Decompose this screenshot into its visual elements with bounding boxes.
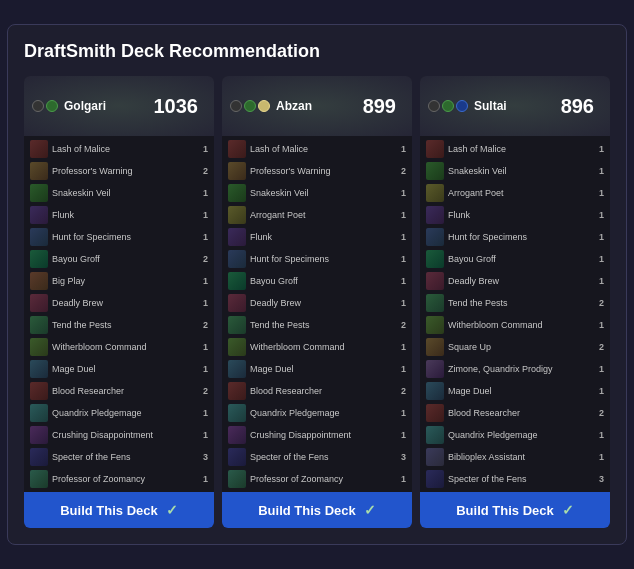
card-row[interactable]: Big Play1 [24, 270, 214, 292]
card-thumbnail [426, 184, 444, 202]
card-row[interactable]: Crushing Disappointment1 [222, 424, 412, 446]
card-row[interactable]: Zimone, Quandrix Prodigy1 [420, 358, 610, 380]
card-count-label: 1 [594, 276, 604, 286]
card-row[interactable]: Mage Duel1 [24, 358, 214, 380]
card-thumbnail [426, 382, 444, 400]
card-thumbnail [228, 404, 246, 422]
card-name-label: Lash of Malice [250, 144, 392, 154]
card-count-label: 2 [198, 254, 208, 264]
card-row[interactable]: Quandrix Pledgemage1 [24, 402, 214, 424]
card-count-label: 1 [396, 430, 406, 440]
card-row[interactable]: Biblioplex Assistant1 [420, 446, 610, 468]
card-name-label: Arrogant Poet [448, 188, 590, 198]
card-thumbnail [426, 272, 444, 290]
card-row[interactable]: Quandrix Pledgemage1 [222, 402, 412, 424]
card-row[interactable]: Witherbloom Command1 [24, 336, 214, 358]
build-button-abzan[interactable]: Build This Deck✓ [222, 492, 412, 528]
card-row[interactable]: Bayou Groff1 [222, 270, 412, 292]
card-row[interactable]: Snakeskin Veil1 [24, 182, 214, 204]
card-count-label: 1 [396, 408, 406, 418]
card-row[interactable]: Lash of Malice1 [222, 138, 412, 160]
card-row[interactable]: Deadly Brew1 [420, 270, 610, 292]
card-name-label: Snakeskin Veil [52, 188, 194, 198]
card-row[interactable]: Flunk1 [24, 204, 214, 226]
card-name-label: Witherbloom Command [52, 342, 194, 352]
card-row[interactable]: Witherbloom Command1 [420, 314, 610, 336]
card-row[interactable]: Blood Researcher2 [24, 380, 214, 402]
card-row[interactable]: Deadly Brew1 [24, 292, 214, 314]
card-row[interactable]: Hunt for Specimens1 [420, 226, 610, 248]
card-row[interactable]: Tend the Pests2 [24, 314, 214, 336]
card-thumbnail [426, 426, 444, 444]
card-row[interactable]: Tend the Pests2 [222, 314, 412, 336]
card-row[interactable]: Specter of the Fens3 [420, 468, 610, 490]
card-row[interactable]: Specter of the Fens3 [24, 446, 214, 468]
deck-header-content: Sultai896 [428, 99, 602, 113]
card-thumbnail [426, 250, 444, 268]
card-row[interactable]: Lash of Malice1 [24, 138, 214, 160]
card-thumbnail [228, 206, 246, 224]
card-row[interactable]: Deadly Brew1 [222, 292, 412, 314]
card-thumbnail [30, 316, 48, 334]
deck-score-sultai: 896 [561, 96, 594, 116]
card-thumbnail [228, 448, 246, 466]
card-row[interactable]: Blood Researcher2 [222, 380, 412, 402]
card-row[interactable]: Crushing Disappointment1 [24, 424, 214, 446]
card-row[interactable]: Professor's Warning2 [222, 160, 412, 182]
card-row[interactable]: Snakeskin Veil1 [420, 160, 610, 182]
card-thumbnail [30, 338, 48, 356]
card-name-label: Professor of Zoomancy [52, 474, 194, 484]
card-thumbnail [30, 360, 48, 378]
card-thumbnail-image [426, 360, 444, 378]
build-button-label: Build This Deck [258, 503, 356, 518]
card-name-label: Blood Researcher [250, 386, 392, 396]
card-count-label: 3 [396, 452, 406, 462]
card-count-label: 1 [594, 254, 604, 264]
card-thumbnail [228, 360, 246, 378]
card-row[interactable]: Snakeskin Veil1 [222, 182, 412, 204]
card-thumbnail-image [30, 470, 48, 488]
card-row[interactable]: Arrogant Poet1 [222, 204, 412, 226]
card-name-label: Specter of the Fens [250, 452, 392, 462]
card-thumbnail-image [30, 140, 48, 158]
card-row[interactable]: Mage Duel1 [420, 380, 610, 402]
card-row[interactable]: Flunk1 [222, 226, 412, 248]
card-row[interactable]: Professor's Warning2 [24, 160, 214, 182]
card-row[interactable]: Hunt for Specimens1 [24, 226, 214, 248]
card-row[interactable]: Hunt for Specimens1 [222, 248, 412, 270]
card-row[interactable]: Square Up2 [420, 336, 610, 358]
card-row[interactable]: Flunk1 [420, 204, 610, 226]
card-row[interactable]: Tend the Pests2 [420, 292, 610, 314]
card-thumbnail [426, 316, 444, 334]
green-mana-icon [244, 100, 256, 112]
card-count-label: 1 [198, 188, 208, 198]
build-button-label: Build This Deck [456, 503, 554, 518]
card-name-label: Hunt for Specimens [448, 232, 590, 242]
card-row[interactable]: Mage Duel1 [222, 358, 412, 380]
build-button-golgari[interactable]: Build This Deck✓ [24, 492, 214, 528]
card-row[interactable]: Specter of the Fens3 [222, 446, 412, 468]
card-count-label: 2 [198, 386, 208, 396]
card-thumbnail-image [228, 272, 246, 290]
card-count-label: 1 [396, 232, 406, 242]
card-row[interactable]: Bayou Groff1 [420, 248, 610, 270]
card-thumbnail [30, 294, 48, 312]
card-row[interactable]: Lash of Malice1 [420, 138, 610, 160]
blue-mana-icon [456, 100, 468, 112]
card-row[interactable]: Blood Researcher2 [420, 402, 610, 424]
build-button-sultai[interactable]: Build This Deck✓ [420, 492, 610, 528]
green-mana-icon [46, 100, 58, 112]
card-thumbnail [228, 426, 246, 444]
card-row[interactable]: Quandrix Pledgemage1 [420, 424, 610, 446]
build-button-checkmark-icon: ✓ [166, 502, 178, 518]
card-count-label: 3 [198, 452, 208, 462]
card-row[interactable]: Professor of Zoomancy1 [222, 468, 412, 490]
card-count-label: 1 [396, 474, 406, 484]
card-thumbnail-image [426, 338, 444, 356]
card-name-label: Zimone, Quandrix Prodigy [448, 364, 590, 374]
card-row[interactable]: Professor of Zoomancy1 [24, 468, 214, 490]
card-row[interactable]: Bayou Groff2 [24, 248, 214, 270]
card-row[interactable]: Arrogant Poet1 [420, 182, 610, 204]
card-thumbnail [228, 140, 246, 158]
card-row[interactable]: Witherbloom Command1 [222, 336, 412, 358]
